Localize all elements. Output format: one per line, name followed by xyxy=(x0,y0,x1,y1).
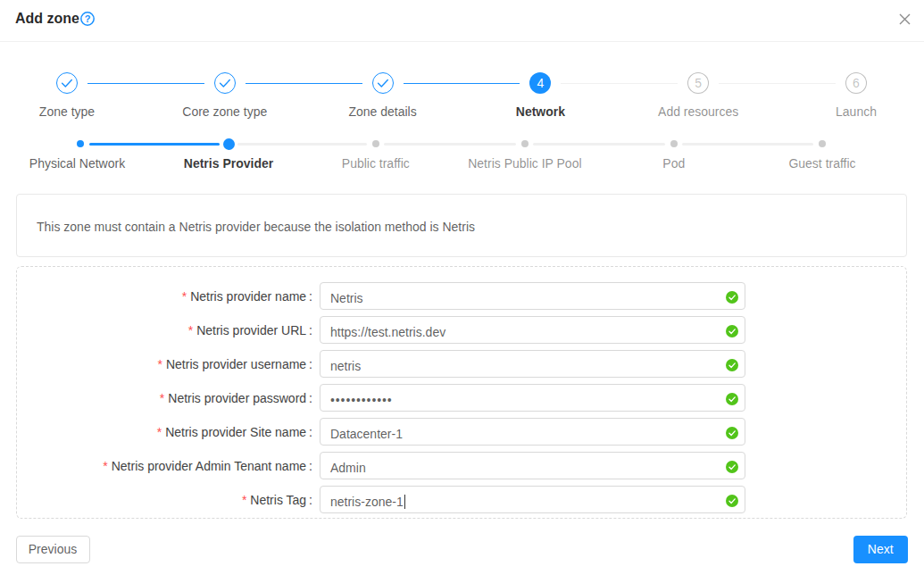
svg-text:?: ? xyxy=(85,12,91,23)
